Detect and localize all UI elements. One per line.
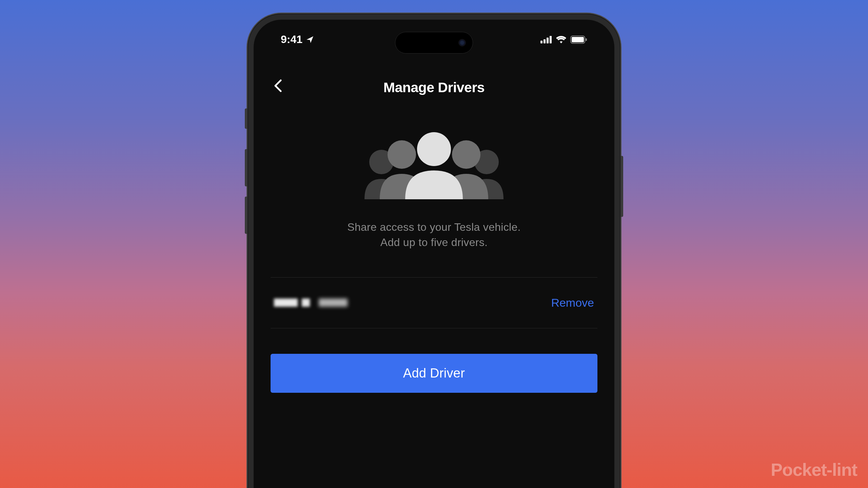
- phone-frame: 9:41: [248, 14, 620, 488]
- front-camera: [458, 39, 466, 46]
- battery-icon: [570, 36, 587, 44]
- cellular-signal-icon: [540, 36, 552, 43]
- location-icon: [306, 36, 314, 44]
- dynamic-island: [395, 32, 473, 54]
- svg-point-9: [388, 140, 416, 169]
- svg-rect-5: [572, 37, 584, 42]
- svg-rect-0: [540, 41, 542, 43]
- volume-up-button: [245, 149, 248, 186]
- status-time: 9:41: [281, 33, 302, 46]
- wifi-icon: [556, 36, 566, 43]
- description-text: Share access to your Tesla vehicle. Add …: [254, 220, 614, 250]
- driver-row: Remove: [271, 278, 597, 328]
- svg-point-10: [452, 140, 480, 169]
- mute-switch: [245, 108, 248, 129]
- watermark-text-before: P: [771, 460, 782, 480]
- svg-rect-1: [544, 39, 546, 43]
- svg-rect-3: [550, 36, 552, 43]
- watermark-text-after: cket-lint: [793, 460, 857, 480]
- power-button: [620, 156, 623, 217]
- description-line-2: Add up to five drivers.: [274, 235, 594, 250]
- driver-list: Remove: [271, 277, 597, 328]
- redacted-text: [274, 299, 298, 307]
- svg-rect-2: [547, 38, 549, 43]
- redacted-text: [319, 299, 348, 307]
- svg-point-11: [417, 132, 451, 166]
- page-title: Manage Drivers: [271, 80, 597, 96]
- volume-down-button: [245, 197, 248, 234]
- redacted-text: [302, 299, 310, 307]
- svg-rect-6: [586, 38, 587, 41]
- watermark: Pocket-lint: [771, 460, 857, 480]
- watermark-logo-o: o: [782, 460, 793, 480]
- status-left: 9:41: [281, 33, 314, 46]
- phone-screen: 9:41: [254, 20, 614, 488]
- remove-driver-button[interactable]: Remove: [551, 296, 594, 309]
- description-line-1: Share access to your Tesla vehicle.: [274, 220, 594, 235]
- driver-name-redacted: [274, 299, 348, 307]
- status-right: [540, 33, 587, 46]
- people-group-icon: [254, 131, 614, 203]
- add-driver-button[interactable]: Add Driver: [271, 354, 597, 393]
- back-button[interactable]: [274, 79, 282, 96]
